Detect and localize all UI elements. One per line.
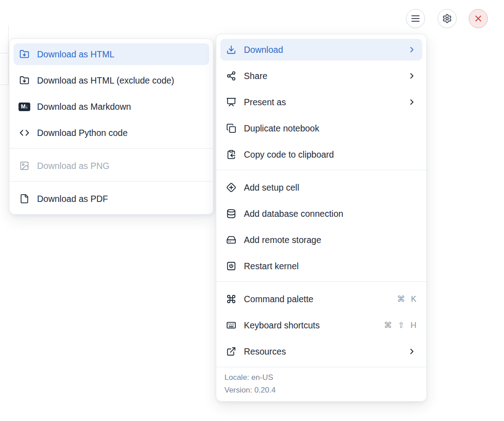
- background-content-line: [0, 53, 8, 53]
- chevron-right-icon: [407, 71, 416, 80]
- menu-item-label: Add setup cell: [244, 182, 416, 193]
- app-root: { "toolbar": { "menu_button": {"icon": "…: [0, 0, 504, 421]
- background-content-edge: [8, 25, 9, 85]
- background-content-line: [0, 84, 8, 85]
- download-submenu: Download as HTML Download as HTML (exclu…: [9, 38, 214, 215]
- menu-item-download-python-code[interactable]: Download Python code: [14, 122, 209, 144]
- menu-item-label: Download as HTML (exclude code): [37, 75, 203, 86]
- menu-item-add-setup-cell[interactable]: Add setup cell: [220, 177, 422, 198]
- menu-item-duplicate-notebook[interactable]: Duplicate notebook: [220, 117, 422, 139]
- menu-item-present-as[interactable]: Present as: [220, 91, 422, 113]
- markdown-icon: M↓: [19, 102, 29, 112]
- shortcut-hint: ⌘ K: [397, 294, 416, 304]
- menu-item-label: Download Python code: [37, 128, 203, 138]
- diamond-plus-icon: [226, 182, 236, 192]
- menu-item-download-as-png: Download as PNG: [14, 155, 209, 177]
- menu-item-add-remote-storage[interactable]: Add remote storage: [220, 229, 422, 251]
- menu-item-label: Download as PNG: [37, 161, 203, 171]
- command-icon: [226, 294, 236, 304]
- chevron-right-icon: [407, 45, 416, 54]
- gear-icon: [442, 14, 452, 23]
- menu-item-label: Duplicate notebook: [244, 123, 416, 134]
- folder-down-icon: [19, 75, 29, 85]
- menu-item-keyboard-shortcuts[interactable]: Keyboard shortcuts ⌘ ⇧ H: [220, 314, 422, 336]
- presentation-icon: [226, 97, 236, 107]
- download-icon: [226, 45, 236, 55]
- clipboard-copy-icon: [226, 150, 236, 159]
- menu-item-label: Download as Markdown: [37, 102, 203, 112]
- menu-separator: [9, 148, 213, 149]
- menu-item-label: Resources: [244, 346, 400, 357]
- menu-item-resources[interactable]: Resources: [220, 341, 422, 362]
- menu-item-download-as-html[interactable]: Download as HTML: [14, 43, 209, 65]
- menu-item-download-as-html-exclude-code[interactable]: Download as HTML (exclude code): [14, 70, 209, 91]
- menu-item-label: Restart kernel: [244, 261, 416, 271]
- close-icon: [473, 14, 483, 23]
- code-icon: [19, 128, 29, 138]
- menu-footer: Locale: en-US Version: 0.20.4: [216, 367, 426, 401]
- menu-item-share[interactable]: Share: [220, 65, 422, 87]
- chevron-right-icon: [407, 347, 416, 356]
- menu-item-label: Keyboard shortcuts: [244, 320, 376, 331]
- menu-item-label: Add database connection: [244, 209, 416, 219]
- menu-item-copy-code-to-clipboard[interactable]: Copy code to clipboard: [220, 144, 422, 165]
- menu-separator: [216, 170, 426, 170]
- menu-item-label: Command palette: [244, 294, 389, 304]
- menu-separator: [216, 281, 426, 282]
- folder-down-icon: [19, 49, 29, 59]
- menu-item-add-database-connection[interactable]: Add database connection: [220, 203, 422, 225]
- share-icon: [226, 71, 236, 81]
- menu-item-label: Add remote storage: [244, 235, 416, 245]
- chevron-right-icon: [407, 98, 416, 107]
- menu-item-label: Download as PDF: [37, 194, 203, 204]
- notebook-menu: Download Share Present as Duplicate note…: [216, 34, 427, 402]
- power-square-icon: [226, 261, 236, 271]
- menu-item-label: Copy code to clipboard: [244, 150, 416, 160]
- menu-item-label: Download: [244, 45, 400, 55]
- image-icon: [19, 161, 29, 171]
- close-button[interactable]: [469, 9, 488, 28]
- file-icon: [19, 194, 29, 204]
- version-text: Version: 0.20.4: [224, 384, 418, 397]
- menu-item-label: Present as: [244, 97, 400, 108]
- external-link-icon: [226, 346, 236, 356]
- settings-button[interactable]: [438, 9, 457, 28]
- shortcut-hint: ⌘ ⇧ H: [384, 320, 416, 330]
- copy-icon: [226, 123, 236, 133]
- menu-button[interactable]: [406, 9, 425, 28]
- locale-text: Locale: en-US: [224, 371, 418, 384]
- keyboard-icon: [226, 320, 236, 330]
- hard-drive-icon: [226, 235, 236, 245]
- menu-item-command-palette[interactable]: Command palette ⌘ K: [220, 288, 422, 310]
- hamburger-icon: [411, 15, 420, 22]
- menu-item-label: Share: [244, 71, 400, 81]
- menu-item-download[interactable]: Download: [220, 39, 422, 61]
- menu-separator: [9, 181, 213, 182]
- menu-item-download-as-pdf[interactable]: Download as PDF: [14, 188, 209, 210]
- menu-item-restart-kernel[interactable]: Restart kernel: [220, 255, 422, 277]
- database-icon: [226, 209, 236, 219]
- menu-item-download-as-markdown[interactable]: M↓ Download as Markdown: [14, 96, 209, 117]
- menu-item-label: Download as HTML: [37, 49, 203, 60]
